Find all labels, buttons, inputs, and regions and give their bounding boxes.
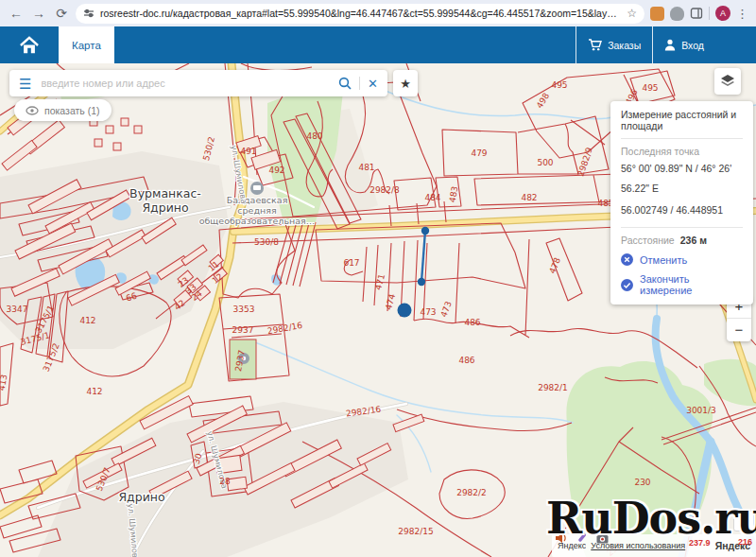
map-label: Ядрино: [118, 490, 164, 504]
search-bar: ☰ ✕: [9, 70, 387, 96]
map-label: Вурманкас-: [129, 186, 201, 200]
map-label: 412: [86, 387, 102, 396]
profile-avatar[interactable]: A: [715, 6, 730, 21]
pencil-icon: [576, 532, 588, 544]
layers-icon: [720, 74, 735, 89]
map-red-number: 237.9: [689, 538, 711, 548]
star-icon: ★: [400, 77, 411, 91]
login-button[interactable]: Вход: [652, 26, 716, 63]
map-label: 484: [424, 193, 440, 202]
map-label: Балдаевская: [227, 195, 288, 205]
camera-icon: [596, 533, 609, 544]
measurement-panel: Измерение расстояний и площади Последняя…: [610, 101, 753, 305]
map-label: 230: [634, 478, 650, 487]
map-label: 479: [471, 148, 487, 158]
locate-arrow-icon[interactable]: ➤: [733, 511, 754, 531]
toolbar-divider: [709, 7, 710, 20]
cart-icon: [588, 39, 602, 51]
map-label: 530/8: [254, 237, 279, 247]
map-label: 2982/2: [456, 488, 487, 497]
speaker-icon: [556, 532, 568, 544]
map-red-number: 216: [738, 537, 752, 547]
search-icon[interactable]: [338, 77, 352, 90]
distance-value: 236 м: [680, 235, 707, 246]
side-panel-icon[interactable]: [690, 7, 703, 20]
map-label: 2937: [232, 325, 254, 335]
panel-title: Измерение расстояний и площади: [621, 109, 743, 131]
last-point-label: Последняя точка: [621, 146, 743, 157]
map-label: 473: [420, 307, 436, 317]
finish-measure-link[interactable]: Закончить измерение: [621, 273, 743, 296]
eye-icon: [26, 106, 39, 115]
school-poi-icon: [250, 182, 264, 195]
distance-row: Расстояние236 м: [621, 235, 743, 246]
map-label: 480: [306, 131, 322, 141]
browser-toolbar: ← → ⟳ rosreestr-doc.ru/кадастровая_карта…: [0, 0, 756, 26]
map-label: 492: [268, 165, 284, 175]
map-label: Ядрино: [142, 200, 188, 215]
home-button[interactable]: [0, 26, 59, 63]
bookmark-star-icon[interactable]: ☆: [627, 7, 637, 20]
watermark-toolbar: [556, 532, 609, 544]
map-label: 495: [642, 83, 658, 93]
map-label: 617: [343, 258, 359, 268]
check-circle-icon: [621, 279, 633, 291]
extension-icon[interactable]: [650, 7, 664, 21]
map-label: 486: [464, 318, 480, 327]
map-label: 412: [79, 316, 95, 325]
map-label: 500: [537, 158, 553, 167]
map-label: 482: [521, 193, 537, 202]
coords-dms: 56° 00' 09.89" N / 46° 26' 56.22" E: [621, 159, 743, 199]
clear-search-icon[interactable]: ✕: [368, 78, 378, 90]
layers-button[interactable]: [714, 68, 741, 95]
zoom-out-button[interactable]: −: [727, 319, 751, 341]
orders-button[interactable]: Заказы: [576, 26, 652, 63]
map-label: 2982/8: [369, 185, 400, 195]
measure-point-start: [421, 227, 429, 235]
favorites-button[interactable]: ★: [393, 70, 418, 96]
show-results-button[interactable]: показать (1): [14, 99, 112, 121]
map-label: 3353: [233, 305, 255, 314]
coords-decimal: 56.002749 / 46.448951: [621, 200, 743, 220]
map-label: 491: [240, 147, 256, 156]
cancel-measure-link[interactable]: Отменить: [621, 253, 743, 266]
url-text: rosreestr-doc.ru/кадастровая_карта#lat=5…: [100, 8, 621, 19]
site-settings-icon[interactable]: [83, 8, 94, 19]
back-icon[interactable]: ←: [8, 6, 25, 21]
search-input[interactable]: [39, 77, 331, 90]
map-label: 2982/1: [538, 383, 568, 392]
forward-icon[interactable]: →: [30, 6, 47, 21]
menu-icon[interactable]: ☰: [19, 77, 31, 91]
measure-point-large: [398, 304, 412, 318]
map-label: 3001/3: [686, 406, 716, 415]
map-label: средняя: [237, 205, 276, 216]
map-label: 28: [219, 477, 231, 486]
map-label: 3347: [7, 305, 28, 314]
map-label: 495: [551, 80, 567, 90]
measure-point-end: [418, 278, 425, 286]
extension-icon[interactable]: [670, 7, 684, 21]
map-label: общеобразовательная…: [199, 216, 316, 226]
tab-map[interactable]: Карта: [59, 26, 114, 63]
browser-menu-icon[interactable]: ⋮: [736, 7, 748, 21]
map-label: 2982/15: [398, 527, 433, 536]
reload-icon[interactable]: ⟳: [53, 6, 70, 21]
screenshot-stage: ← → ⟳ rosreestr-doc.ru/кадастровая_карта…: [0, 0, 756, 557]
user-icon: [664, 39, 676, 51]
home-icon: [19, 36, 40, 55]
map-label: 481: [358, 163, 374, 172]
cancel-circle-icon: [621, 253, 633, 266]
site-header: Карта Заказы Вход: [0, 26, 756, 63]
address-bar[interactable]: rosreestr-doc.ru/кадастровая_карта#lat=5…: [76, 4, 644, 24]
map-label: 486: [458, 356, 474, 365]
